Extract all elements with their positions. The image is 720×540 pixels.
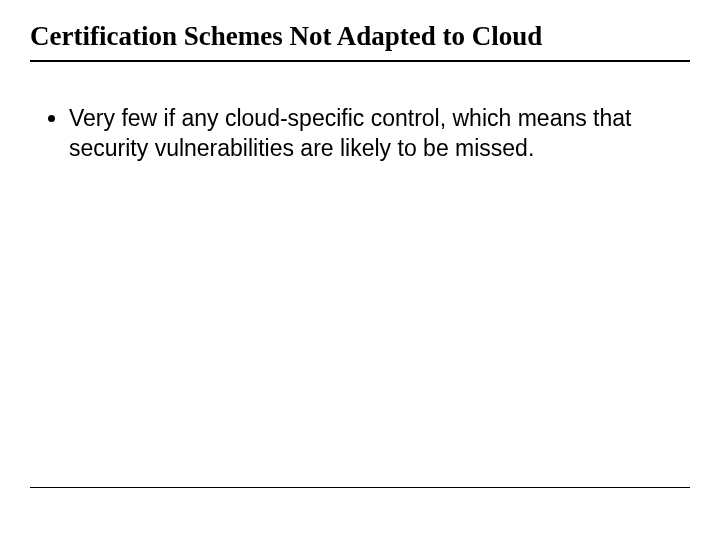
title-area: Certification Schemes Not Adapted to Clo… xyxy=(30,20,690,62)
slide-body: Very few if any cloud-specific control, … xyxy=(48,104,660,164)
list-item: Very few if any cloud-specific control, … xyxy=(48,104,660,164)
footer-rule xyxy=(30,487,690,488)
title-underline xyxy=(30,60,690,62)
bullet-icon xyxy=(48,115,55,122)
slide: Certification Schemes Not Adapted to Clo… xyxy=(0,0,720,540)
bullet-text: Very few if any cloud-specific control, … xyxy=(69,104,660,164)
slide-title: Certification Schemes Not Adapted to Clo… xyxy=(30,20,690,60)
